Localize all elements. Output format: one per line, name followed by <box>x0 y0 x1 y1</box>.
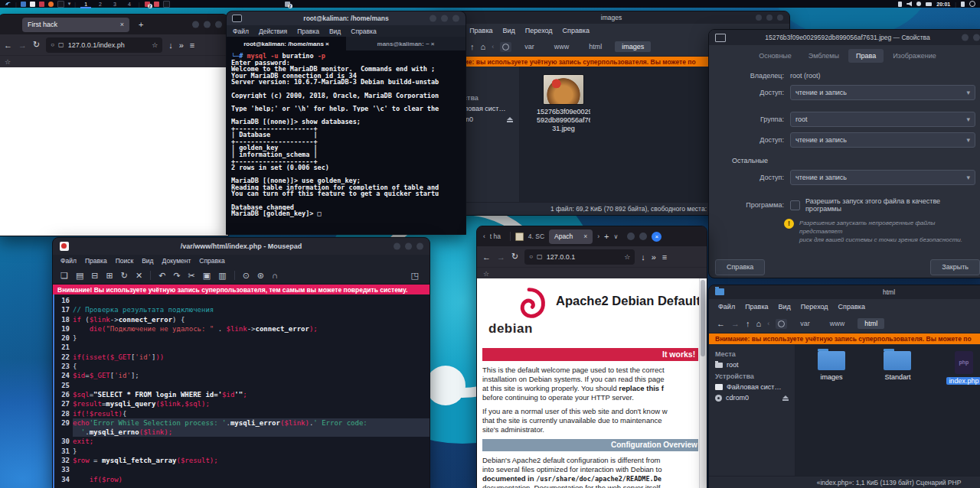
tab-first-hack[interactable]: First hack × <box>22 18 129 32</box>
maximize-button[interactable] <box>441 15 448 22</box>
menu-item-view[interactable]: Вид <box>503 27 515 34</box>
file-tile-index-php[interactable]: php index.php <box>937 351 980 386</box>
shield-icon[interactable]: ○ <box>51 41 54 48</box>
menu-item-search[interactable]: Поиск <box>116 257 134 265</box>
sidebar-item-cdrom[interactable]: cdrom0 <box>709 392 795 403</box>
fullscreen-icon[interactable]: ◳ <box>411 271 419 281</box>
menu-item-edit[interactable]: Правка <box>745 303 768 311</box>
url-bar[interactable]: ○ ▢ 127.0.0.1/index.ph ☆ <box>46 37 162 53</box>
find-icon[interactable]: ⊙ <box>243 271 250 281</box>
menu-item-go[interactable]: Переход <box>525 27 553 34</box>
bookmark-star-icon[interactable]: ☆ <box>152 41 158 49</box>
menu-item-help[interactable]: Справка <box>351 28 376 35</box>
forward-button[interactable]: → <box>497 252 505 262</box>
filesystem-root-button[interactable] <box>500 42 511 52</box>
execute-checkbox[interactable] <box>790 200 800 210</box>
tab-screenshot[interactable]: 4. SC <box>528 233 544 240</box>
scrollbar-thumb[interactable] <box>701 280 705 356</box>
page-info-icon[interactable]: ▢ <box>537 253 543 260</box>
up-button[interactable]: ↑ <box>470 42 475 51</box>
workspace-2[interactable]: 2 <box>95 2 106 7</box>
breadcrumb-var[interactable]: var <box>518 41 541 52</box>
group-select[interactable]: root ▾ <box>790 112 975 127</box>
forward-button[interactable]: → <box>731 319 740 328</box>
save-as-icon[interactable]: ⊞ <box>106 271 113 281</box>
title-bar[interactable]: html <box>709 285 980 299</box>
tab-partial[interactable]: t ha <box>490 233 505 240</box>
close-button[interactable] <box>777 15 783 21</box>
title-bar[interactable]: root@kaliman: /home/mans <box>227 11 466 25</box>
breadcrumb-images-active[interactable]: images <box>615 41 651 52</box>
overflow-menu-icon[interactable]: » <box>652 252 656 262</box>
cut-icon[interactable]: ✂ <box>188 271 195 281</box>
back-button[interactable]: ← <box>717 319 725 328</box>
menu-item-help[interactable]: Справка <box>563 27 590 34</box>
tab-general[interactable]: Основные <box>751 49 799 63</box>
list-tabs-icon[interactable]: ∨ <box>613 233 618 240</box>
breadcrumb-html[interactable]: html <box>582 41 609 52</box>
close-file-icon[interactable]: ✕ <box>136 271 142 281</box>
bookmark-item-icon[interactable]: ☆ <box>483 270 489 278</box>
sidebar-item-filesystem[interactable]: Файловая сист… <box>709 382 795 392</box>
maximize-button[interactable] <box>204 21 211 28</box>
downloads-icon[interactable]: ↓ <box>168 41 173 50</box>
taskbar-firefox-icon[interactable]: 2 <box>285 2 290 7</box>
kali-logo-icon[interactable] <box>5 1 11 8</box>
tab-permissions[interactable]: Права <box>848 49 884 63</box>
help-button[interactable]: Справка <box>715 259 765 275</box>
menu-item-file[interactable]: Файл <box>718 303 735 311</box>
menu-item-view[interactable]: Вид <box>329 28 341 35</box>
menu-item-view[interactable]: Вид <box>142 257 153 265</box>
minimize-button[interactable] <box>394 243 400 250</box>
maximize-button[interactable] <box>405 243 412 250</box>
file-manager-launcher-icon[interactable] <box>21 2 26 7</box>
workspace-4[interactable]: 4 <box>124 2 135 7</box>
reload-button[interactable]: ↻ <box>511 252 518 262</box>
menu-item-edit[interactable]: Правка <box>297 28 319 35</box>
file-tile-jpeg[interactable]: 15276b3f09e0029592db899056af7631.jpeg <box>537 74 590 133</box>
redo-icon[interactable]: ↷ <box>173 271 180 281</box>
title-bar[interactable]: images <box>433 11 789 24</box>
taskbar-editor-icon[interactable] <box>154 2 159 7</box>
home-button[interactable]: ⌂ <box>481 42 486 51</box>
minimize-button[interactable] <box>756 15 762 21</box>
menu-item-go[interactable]: Переход <box>801 303 828 311</box>
eject-icon[interactable] <box>782 395 789 401</box>
filesystem-root-button[interactable] <box>776 319 787 329</box>
tab-root-session[interactable]: root@kaliman: /home/mans × <box>227 37 346 50</box>
power-icon[interactable] <box>969 1 975 7</box>
taskbar-terminal-icon[interactable] <box>163 1 170 8</box>
close-button[interactable] <box>215 21 222 28</box>
group-access-select[interactable]: чтение и запись ▾ <box>790 132 975 148</box>
tab-scroll-left-icon[interactable]: ‹ <box>483 233 485 240</box>
chevron-down-icon[interactable]: ▾ <box>68 1 71 7</box>
menu-item-edit[interactable]: Правка <box>469 27 492 34</box>
file-list-area[interactable]: images Standart php index.php <box>795 345 980 477</box>
reload-icon[interactable]: ↻ <box>121 271 128 281</box>
firefox-launcher-icon[interactable] <box>48 2 54 7</box>
breadcrumb-html-active[interactable]: html <box>858 318 884 329</box>
close-button[interactable] <box>416 243 423 250</box>
battery-icon[interactable] <box>961 2 965 7</box>
overflow-menu-icon[interactable]: » <box>179 41 184 50</box>
tab-scroll-right-icon[interactable]: › <box>597 233 599 240</box>
editor-area[interactable]: 1617181920212223242526272829 3031323334 … <box>53 294 430 488</box>
breadcrumb-www[interactable]: www <box>823 318 852 329</box>
find-replace-icon[interactable]: ⊛ <box>257 271 264 281</box>
url-text[interactable]: 127.0.0.1 <box>547 253 621 261</box>
close-button[interactable] <box>452 15 459 22</box>
notifications-icon[interactable] <box>916 2 921 6</box>
taskbar-mousepad-icon[interactable]: 2 <box>145 2 150 7</box>
page-info-icon[interactable]: ▢ <box>58 41 64 48</box>
app-menu-icon[interactable]: ≡ <box>662 252 667 262</box>
menu-item-help[interactable]: Справка <box>199 257 224 265</box>
clipboard-icon[interactable] <box>898 2 902 7</box>
minimize-button[interactable] <box>430 15 436 22</box>
text-editor-launcher-icon[interactable] <box>30 2 35 7</box>
minimize-button[interactable] <box>192 21 199 28</box>
scrollbar[interactable] <box>699 278 707 488</box>
others-access-select[interactable]: чтение и запись ▾ <box>790 170 975 185</box>
terminal-launcher-icon[interactable] <box>57 1 64 8</box>
save-icon[interactable]: ⊟ <box>91 271 98 281</box>
tab-emblems[interactable]: Эмблемы <box>801 49 847 63</box>
